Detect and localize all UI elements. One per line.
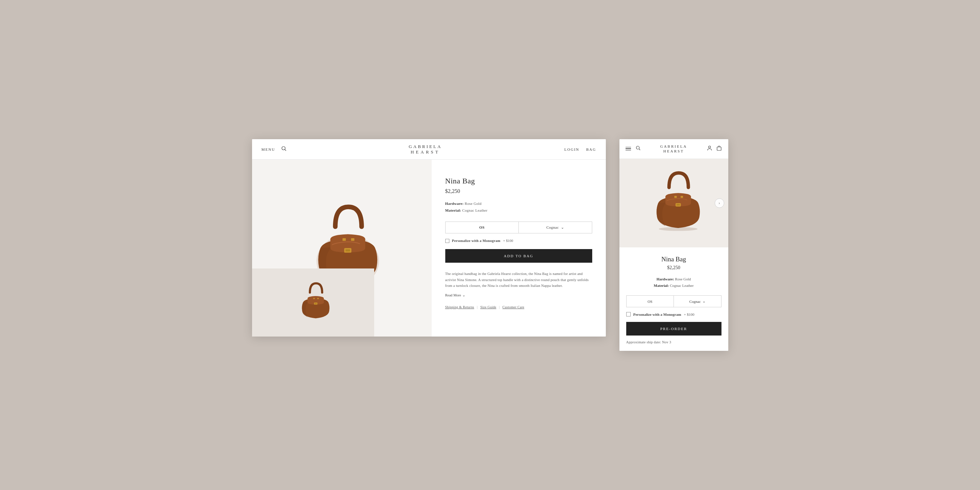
link-divider-1: | bbox=[477, 305, 477, 309]
mobile-header-left bbox=[625, 146, 641, 152]
mobile-product-title: Nina Bag bbox=[626, 256, 721, 263]
monogram-price: + $100 bbox=[503, 239, 513, 243]
size-color-selectors: OS Cognac ⌄ bbox=[445, 221, 592, 234]
bag-button[interactable]: BAG bbox=[586, 147, 596, 151]
logo-line2: HEARST bbox=[409, 150, 442, 155]
hardware-attr: Hardware: Rose Gold bbox=[445, 200, 592, 207]
link-divider-2: | bbox=[499, 305, 500, 309]
mobile-bag-svg bbox=[641, 166, 706, 240]
material-label: Material: bbox=[445, 208, 461, 212]
mobile-bag-icon[interactable] bbox=[716, 145, 722, 152]
add-to-bag-button[interactable]: Add to Bag bbox=[445, 249, 592, 263]
logo-line1: GABRIELA bbox=[409, 144, 442, 149]
read-more-label: Read More bbox=[445, 293, 461, 297]
read-more-toggle[interactable]: Read More ⌄ bbox=[445, 293, 592, 297]
desktop-product-info: Nina Bag $2,250 Hardware: Rose Gold Mate… bbox=[432, 159, 606, 337]
product-description: The original handbag in the Gabriela Hea… bbox=[445, 271, 592, 289]
color-selector[interactable]: Cognac ⌄ bbox=[519, 222, 592, 233]
svg-rect-15 bbox=[717, 147, 721, 150]
mobile-menu-icon[interactable] bbox=[625, 147, 631, 151]
secondary-bag-svg bbox=[293, 279, 333, 326]
mobile-header-right bbox=[707, 145, 722, 152]
mobile-user-icon[interactable] bbox=[707, 145, 712, 152]
svg-rect-19 bbox=[680, 196, 683, 198]
mobile-product-price: $2,250 bbox=[626, 265, 721, 270]
mobile-material-attr: Material: Cognac Leather bbox=[626, 282, 721, 289]
desktop-product-images bbox=[252, 159, 432, 337]
svg-rect-17 bbox=[676, 204, 679, 205]
desktop-header-right: LOGIN BAG bbox=[564, 147, 596, 151]
desktop-window: MENU GABRIELA HEARST LOGIN BAG bbox=[252, 139, 606, 337]
mobile-logo-line1: GABRIELA bbox=[660, 144, 687, 148]
mobile-logo-line2: HEARST bbox=[663, 149, 684, 153]
svg-point-20 bbox=[659, 227, 698, 231]
hardware-value: Rose Gold bbox=[465, 202, 481, 205]
desktop-header-left: MENU bbox=[262, 146, 286, 153]
mobile-monogram-row: Personalize with a Monogram + $100 bbox=[626, 312, 721, 317]
mobile-product-info: Nina Bag $2,250 Hardware: Rose Gold Mate… bbox=[619, 247, 728, 351]
material-value: Cognac Leather bbox=[462, 208, 487, 212]
product-attributes: Hardware: Rose Gold Material: Cognac Lea… bbox=[445, 200, 592, 214]
search-icon[interactable] bbox=[281, 146, 286, 153]
desktop-product: Nina Bag $2,250 Hardware: Rose Gold Mate… bbox=[252, 159, 606, 337]
svg-line-1 bbox=[285, 150, 286, 151]
svg-rect-10 bbox=[313, 298, 315, 299]
product-title: Nina Bag bbox=[445, 177, 592, 185]
page-wrapper: MENU GABRIELA HEARST LOGIN BAG bbox=[252, 139, 728, 351]
svg-rect-5 bbox=[342, 238, 345, 241]
svg-rect-18 bbox=[674, 196, 676, 198]
mobile-hardware-label: Hardware: bbox=[657, 277, 674, 281]
mobile-hardware-value: Rose Gold bbox=[675, 277, 691, 281]
mobile-monogram-label: Personalize with a Monogram bbox=[633, 312, 681, 317]
mobile-logo: GABRIELA HEARST bbox=[660, 144, 687, 154]
svg-rect-9 bbox=[315, 303, 317, 304]
svg-rect-11 bbox=[317, 298, 319, 299]
shipping-returns-link[interactable]: Shipping & Returns bbox=[445, 305, 474, 309]
mobile-pre-order-button[interactable]: Pre-Order bbox=[626, 322, 721, 336]
mobile-product-image: › bbox=[619, 159, 728, 247]
menu-button[interactable]: MENU bbox=[262, 147, 275, 151]
desktop-header: MENU GABRIELA HEARST LOGIN BAG bbox=[252, 139, 606, 159]
mobile-product-attributes: Hardware: Rose Gold Material: Cognac Lea… bbox=[626, 276, 721, 290]
mobile-image-next-button[interactable]: › bbox=[715, 198, 724, 208]
svg-rect-4 bbox=[345, 250, 350, 251]
mobile-ship-date: Approximate ship date: Nov 3 bbox=[626, 340, 721, 344]
product-links: Shipping & Returns | Size Guide | Custom… bbox=[445, 305, 592, 309]
svg-point-12 bbox=[636, 146, 639, 150]
main-product-image-area bbox=[252, 159, 432, 337]
monogram-row: Personalize with a Monogram + $100 bbox=[445, 239, 592, 243]
svg-rect-6 bbox=[351, 238, 355, 241]
login-button[interactable]: LOGIN bbox=[564, 147, 579, 151]
svg-line-13 bbox=[639, 149, 640, 150]
mobile-window: GABRIELA HEARST bbox=[619, 139, 728, 351]
mobile-monogram-checkbox[interactable] bbox=[626, 312, 631, 317]
mobile-material-value: Cognac Leather bbox=[670, 283, 694, 288]
monogram-label: Personalize with a Monogram bbox=[452, 239, 501, 243]
product-price: $2,250 bbox=[445, 188, 592, 194]
mobile-header: GABRIELA HEARST bbox=[619, 139, 728, 159]
svg-point-14 bbox=[708, 146, 711, 148]
mobile-size-selector[interactable]: OS bbox=[627, 296, 674, 307]
chevron-down-icon: ⌄ bbox=[462, 293, 465, 297]
mobile-size-color-selectors: OS Cognac ⌄ bbox=[626, 295, 721, 307]
svg-point-0 bbox=[282, 147, 285, 150]
mobile-material-label: Material: bbox=[654, 283, 669, 288]
mobile-chevron-down-icon: ⌄ bbox=[702, 299, 705, 304]
mobile-color-selector[interactable]: Cognac ⌄ bbox=[673, 296, 721, 307]
mobile-search-icon[interactable] bbox=[636, 146, 641, 152]
monogram-checkbox[interactable] bbox=[445, 239, 449, 243]
size-selector[interactable]: OS bbox=[445, 222, 519, 233]
size-guide-link[interactable]: Size Guide bbox=[480, 305, 496, 309]
mobile-color-label: Cognac bbox=[689, 299, 701, 304]
mobile-monogram-price: + $100 bbox=[684, 312, 694, 317]
material-attr: Material: Cognac Leather bbox=[445, 207, 592, 214]
mobile-hardware-attr: Hardware: Rose Gold bbox=[626, 276, 721, 283]
desktop-logo: GABRIELA HEARST bbox=[409, 144, 442, 154]
customer-care-link[interactable]: Customer Care bbox=[503, 305, 524, 309]
chevron-down-icon: ⌄ bbox=[561, 225, 564, 230]
hardware-label: Hardware: bbox=[445, 202, 464, 205]
secondary-product-image bbox=[252, 269, 374, 337]
color-label: Cognac bbox=[546, 225, 559, 229]
